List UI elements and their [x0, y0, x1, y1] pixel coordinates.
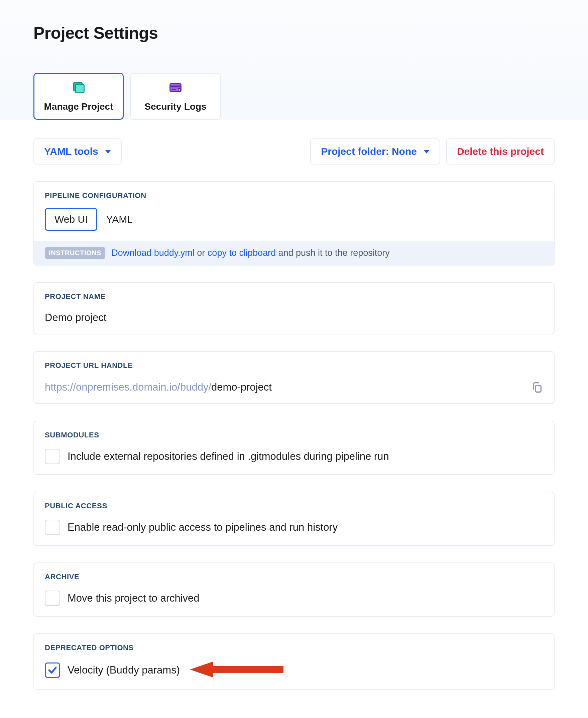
- toolbar: YAML tools Project folder: None Delete t…: [34, 139, 554, 165]
- annotation-arrow-icon: [190, 660, 287, 679]
- svg-rect-5: [536, 386, 541, 392]
- project-folder-dropdown[interactable]: Project folder: None: [310, 139, 440, 165]
- caret-down-icon: [105, 150, 111, 153]
- project-url-section-label: PROJECT URL HANDLE: [45, 361, 543, 370]
- pipeline-mode-webui[interactable]: Web UI: [45, 208, 97, 231]
- velocity-checkbox[interactable]: [45, 662, 60, 678]
- pipeline-config-card: PIPELINE CONFIGURATION Web UI YAML INSTR…: [34, 181, 554, 266]
- tab-security-logs[interactable]: Security Logs: [130, 73, 220, 120]
- instructions-bar: INSTRUCTIONS Download buddy.yml or copy …: [34, 241, 554, 265]
- credit-card-icon: [168, 81, 183, 95]
- public-access-checkbox[interactable]: [45, 520, 60, 535]
- tab-label: Manage Project: [44, 101, 113, 112]
- instructions-badge: INSTRUCTIONS: [45, 247, 105, 259]
- archive-checkbox[interactable]: [45, 591, 60, 606]
- caret-down-icon: [423, 150, 429, 153]
- svg-marker-7: [190, 661, 213, 678]
- copy-to-clipboard-link[interactable]: copy to clipboard: [208, 248, 276, 258]
- deprecated-section-label: DEPRECATED OPTIONS: [45, 643, 543, 652]
- pipeline-mode-yaml[interactable]: YAML: [106, 214, 132, 225]
- public-access-label: Enable read-only public access to pipeli…: [67, 521, 338, 533]
- project-settings-page: Project Settings Manage Project: [0, 0, 588, 710]
- page-title: Project Settings: [34, 23, 554, 43]
- project-name-section-label: PROJECT NAME: [45, 292, 543, 301]
- instructions-text: Download buddy.yml or copy to clipboard …: [111, 248, 390, 258]
- copy-icon[interactable]: [531, 381, 543, 393]
- svg-rect-4: [171, 89, 176, 90]
- instructions-tail: and push it to the repository: [276, 248, 390, 258]
- delete-project-button[interactable]: Delete this project: [446, 139, 554, 165]
- stack-icon: [71, 81, 86, 95]
- tab-manage-project[interactable]: Manage Project: [34, 73, 124, 120]
- yaml-tools-dropdown[interactable]: YAML tools: [34, 139, 122, 165]
- archive-card: ARCHIVE Move this project to archived: [34, 562, 554, 617]
- submodules-card: SUBMODULES Include external repositories…: [34, 421, 554, 475]
- yaml-tools-label: YAML tools: [44, 146, 98, 157]
- project-url-prefix: https://onpremises.domain.io/buddy/: [45, 381, 211, 393]
- project-url-value[interactable]: https://onpremises.domain.io/buddy/demo-…: [45, 381, 272, 393]
- download-buddy-yml-link[interactable]: Download buddy.yml: [111, 248, 194, 258]
- archive-label: Move this project to archived: [67, 592, 200, 604]
- content-area: YAML tools Project folder: None Delete t…: [0, 120, 588, 710]
- project-url-slug: demo-project: [211, 381, 272, 393]
- submodules-label: Include external repositories defined in…: [67, 450, 389, 463]
- project-folder-label: Project folder: None: [321, 146, 417, 157]
- pipeline-section-label: PIPELINE CONFIGURATION: [45, 191, 543, 200]
- project-name-value[interactable]: Demo project: [45, 309, 543, 324]
- svg-rect-1: [76, 84, 84, 93]
- public-access-card: PUBLIC ACCESS Enable read-only public ac…: [34, 492, 554, 546]
- submodules-checkbox[interactable]: [45, 449, 60, 464]
- project-url-card: PROJECT URL HANDLE https://onpremises.do…: [34, 351, 554, 404]
- submodules-section-label: SUBMODULES: [45, 431, 543, 439]
- top-tabs: Manage Project Security Logs: [34, 73, 554, 120]
- deprecated-options-card: DEPRECATED OPTIONS Velocity (Buddy param…: [34, 633, 554, 690]
- velocity-label: Velocity (Buddy params): [67, 664, 180, 676]
- header-region: Project Settings Manage Project: [0, 0, 588, 120]
- project-name-card: PROJECT NAME Demo project: [34, 282, 554, 334]
- archive-section-label: ARCHIVE: [45, 573, 543, 581]
- instructions-or: or: [194, 248, 208, 258]
- tab-label: Security Logs: [144, 101, 206, 112]
- svg-rect-3: [170, 86, 181, 87]
- public-access-section-label: PUBLIC ACCESS: [45, 501, 543, 510]
- delete-project-label: Delete this project: [457, 146, 544, 157]
